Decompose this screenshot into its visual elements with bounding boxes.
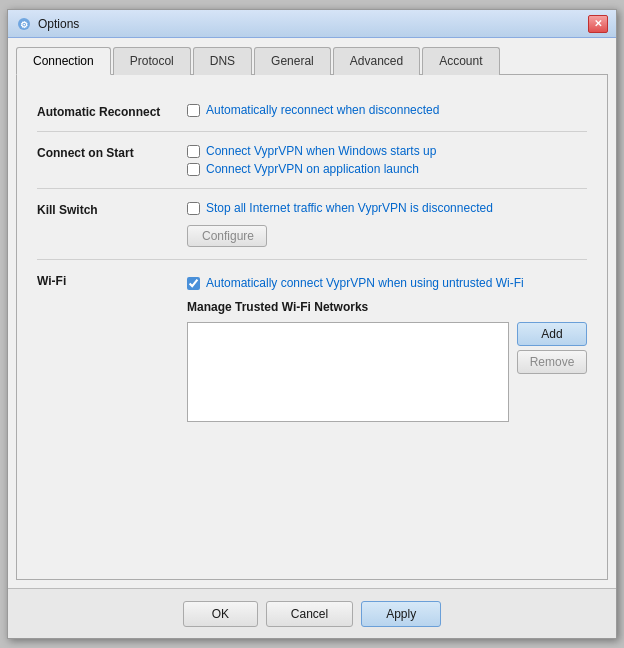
connect-on-start-content: Connect VyprVPN when Windows starts up C…	[187, 144, 587, 176]
close-button[interactable]: ✕	[588, 15, 608, 33]
apply-button[interactable]: Apply	[361, 601, 441, 627]
title-bar: ⚙ Options ✕	[8, 10, 616, 38]
options-window: ⚙ Options ✕ Connection Protocol DNS Gene…	[7, 9, 617, 639]
wifi-controls: Add Remove	[187, 322, 587, 422]
remove-network-button[interactable]: Remove	[517, 350, 587, 374]
tab-dns[interactable]: DNS	[193, 47, 252, 75]
main-content: Connection Protocol DNS General Advanced…	[8, 38, 616, 588]
connect-on-start-label: Connect on Start	[37, 144, 187, 160]
connect-windows-start-row: Connect VyprVPN when Windows starts up	[187, 144, 587, 158]
kill-switch-content: Stop all Internet traffic when VyprVPN i…	[187, 201, 587, 247]
cancel-button[interactable]: Cancel	[266, 601, 353, 627]
kill-switch-checkbox[interactable]	[187, 202, 200, 215]
footer: OK Cancel Apply	[8, 588, 616, 638]
automatic-reconnect-content: Automatically reconnect when disconnecte…	[187, 103, 587, 117]
tab-protocol[interactable]: Protocol	[113, 47, 191, 75]
title-bar-left: ⚙ Options	[16, 16, 79, 32]
window-title: Options	[38, 17, 79, 31]
wifi-auto-connect-label: Automatically connect VyprVPN when using…	[206, 276, 524, 290]
svg-text:⚙: ⚙	[20, 20, 28, 30]
tab-general[interactable]: General	[254, 47, 331, 75]
kill-switch-checkbox-label: Stop all Internet traffic when VyprVPN i…	[206, 201, 493, 215]
connect-app-launch-row: Connect VyprVPN on application launch	[187, 162, 587, 176]
tab-connection[interactable]: Connection	[16, 47, 111, 75]
automatic-reconnect-section: Automatic Reconnect Automatically reconn…	[37, 91, 587, 132]
connect-app-launch-checkbox[interactable]	[187, 163, 200, 176]
wifi-label: Wi-Fi	[37, 272, 187, 288]
kill-switch-row: Stop all Internet traffic when VyprVPN i…	[187, 201, 587, 215]
tab-advanced[interactable]: Advanced	[333, 47, 420, 75]
wifi-action-buttons: Add Remove	[517, 322, 587, 374]
automatic-reconnect-checkbox[interactable]	[187, 104, 200, 117]
connect-windows-start-checkbox[interactable]	[187, 145, 200, 158]
connect-on-start-section: Connect on Start Connect VyprVPN when Wi…	[37, 132, 587, 189]
kill-switch-label: Kill Switch	[37, 201, 187, 217]
kill-switch-section: Kill Switch Stop all Internet traffic wh…	[37, 189, 587, 260]
wifi-auto-connect-row: Automatically connect VyprVPN when using…	[187, 276, 587, 290]
ok-button[interactable]: OK	[183, 601, 258, 627]
automatic-reconnect-checkbox-label: Automatically reconnect when disconnecte…	[206, 103, 439, 117]
connect-windows-start-label: Connect VyprVPN when Windows starts up	[206, 144, 436, 158]
connect-app-launch-label: Connect VyprVPN on application launch	[206, 162, 419, 176]
wifi-content: Automatically connect VyprVPN when using…	[187, 276, 587, 422]
tab-account[interactable]: Account	[422, 47, 499, 75]
tab-bar: Connection Protocol DNS General Advanced…	[16, 46, 608, 75]
configure-button[interactable]: Configure	[187, 225, 267, 247]
automatic-reconnect-label: Automatic Reconnect	[37, 103, 187, 119]
add-network-button[interactable]: Add	[517, 322, 587, 346]
trusted-networks-list[interactable]	[187, 322, 509, 422]
manage-trusted-label: Manage Trusted Wi-Fi Networks	[187, 300, 587, 314]
automatic-reconnect-row: Automatically reconnect when disconnecte…	[187, 103, 587, 117]
app-icon: ⚙	[16, 16, 32, 32]
wifi-section: Wi-Fi Automatically connect VyprVPN when…	[37, 260, 587, 434]
wifi-auto-connect-checkbox[interactable]	[187, 277, 200, 290]
connection-panel: Automatic Reconnect Automatically reconn…	[16, 75, 608, 580]
